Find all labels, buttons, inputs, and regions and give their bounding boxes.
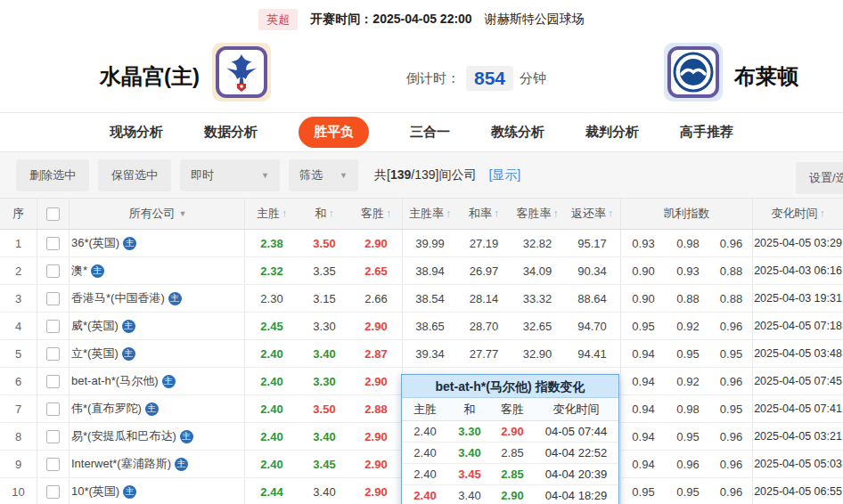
away-odds-cell[interactable]: 2.90 <box>350 423 403 450</box>
popup-change-time: 04-04 20:39 <box>534 467 618 481</box>
row-checkbox[interactable] <box>46 430 60 443</box>
row-checkbox[interactable] <box>46 375 60 388</box>
home-odds-cell[interactable]: 2.40 <box>245 375 299 388</box>
change-time-cell: 2025-04-05 06:55 <box>753 485 843 498</box>
away-odds-cell[interactable]: 2.90 <box>350 230 403 256</box>
home-odds-cell[interactable]: 2.45 <box>245 320 299 333</box>
league-badge: 英超 <box>258 9 298 30</box>
row-checkbox[interactable] <box>46 320 60 333</box>
draw-odds-cell[interactable]: 3.50 <box>299 402 350 416</box>
draw-odds-cell[interactable]: 3.40 <box>299 347 350 361</box>
away-odds-cell[interactable]: 2.87 <box>350 340 403 367</box>
away-rate-cell: 33.32 <box>511 292 564 305</box>
analysis-tab[interactable]: 胜平负 <box>299 117 369 148</box>
analysis-tab[interactable]: 现场分析 <box>110 124 163 141</box>
payout-rate-cell: 94.70 <box>564 313 621 339</box>
away-odds-cell[interactable]: 2.66 <box>350 285 403 312</box>
draw-odds-cell[interactable]: 3.35 <box>299 264 350 278</box>
sort-up-icon: ↑ <box>553 207 559 220</box>
home-odds-cell[interactable]: 2.40 <box>245 430 299 443</box>
home-odds-cell[interactable]: 2.30 <box>245 292 299 305</box>
draw-odds-cell[interactable]: 3.15 <box>299 292 350 305</box>
company-cell[interactable]: 10*(英国)主 <box>70 478 245 504</box>
analysis-tab[interactable]: 裁判分析 <box>585 124 639 141</box>
away-odds-cell[interactable]: 2.65 <box>350 257 403 284</box>
company-cell[interactable]: 伟*(直布罗陀)主 <box>70 395 245 422</box>
home-odds-cell[interactable]: 2.40 <box>245 402 299 416</box>
row-checkbox-cell <box>37 395 70 422</box>
delete-selected-button[interactable]: 删除选中 <box>16 159 89 191</box>
time-mode-dropdown[interactable]: 即时 ▼ <box>180 159 280 191</box>
popup-col-time: 变化时间 <box>534 402 618 418</box>
row-checkbox-cell <box>37 478 70 504</box>
popup-change-time: 04-05 07:44 <box>534 425 618 438</box>
col-company[interactable]: 所有公司▼ <box>70 199 245 229</box>
company-cell[interactable]: 36*(英国)主 <box>70 230 245 256</box>
col-home-odds[interactable]: 主胜↑ <box>245 206 299 222</box>
popup-draw-odds: 3.40 <box>448 489 491 502</box>
kelly-draw-cell: 0.88 <box>666 292 710 305</box>
row-checkbox[interactable] <box>46 347 60 361</box>
col-away-odds[interactable]: 客胜↑ <box>350 199 403 229</box>
popup-row: 2.40 3.40 2.90 04-04 18:29 <box>402 485 618 504</box>
col-draw-odds[interactable]: 和↑ <box>299 206 350 222</box>
filter-dropdown[interactable]: 筛选 ▼ <box>289 159 358 191</box>
analysis-tab[interactable]: 三合一 <box>410 124 450 141</box>
home-rate-cell: 39.99 <box>403 237 457 250</box>
row-checkbox[interactable] <box>46 458 60 471</box>
away-odds-cell[interactable]: 2.90 <box>350 478 403 504</box>
home-odds-cell[interactable]: 2.38 <box>245 237 299 250</box>
analysis-tab[interactable]: 数据分析 <box>204 124 258 141</box>
change-time-cell: 2025-04-05 03:48 <box>753 347 843 360</box>
home-odds-cell[interactable]: 2.44 <box>245 485 299 499</box>
company-cell[interactable]: 立*(英国)主 <box>70 340 245 367</box>
select-all-checkbox[interactable] <box>46 207 60 221</box>
col-home-rate[interactable]: 主胜率↑ <box>403 206 457 222</box>
col-away-rate[interactable]: 客胜率↑ <box>511 206 564 222</box>
draw-odds-cell[interactable]: 3.30 <box>299 320 350 333</box>
row-checkbox[interactable] <box>46 402 60 416</box>
away-odds-cell[interactable]: 2.90 <box>350 451 403 477</box>
away-odds-cell[interactable]: 2.90 <box>350 313 403 339</box>
draw-odds-cell[interactable]: 3.50 <box>299 237 350 250</box>
draw-odds-cell[interactable]: 3.40 <box>299 430 350 443</box>
home-odds-cell[interactable]: 2.40 <box>245 347 299 361</box>
draw-odds-cell[interactable]: 3.45 <box>299 458 350 471</box>
row-index: 9 <box>0 451 37 477</box>
row-index: 5 <box>0 340 37 367</box>
col-change-time[interactable]: 变化时间↑ <box>753 206 843 222</box>
away-odds-cell[interactable]: 2.88 <box>350 395 403 422</box>
row-checkbox[interactable] <box>46 237 60 250</box>
company-cell[interactable]: 威*(英国)主 <box>70 313 245 339</box>
analysis-tab[interactable]: 教练分析 <box>491 124 544 141</box>
table-row: 1 36*(英国)主 2.38 3.50 2.90 39.99 27.19 32… <box>0 230 843 257</box>
draw-odds-cell[interactable]: 3.40 <box>299 485 350 499</box>
col-draw-rate[interactable]: 和率↑ <box>457 206 511 222</box>
change-time-cell: 2025-04-03 06:16 <box>753 264 843 277</box>
analysis-tab[interactable]: 高手推荐 <box>680 124 733 141</box>
popup-change-time: 04-04 18:29 <box>534 489 618 502</box>
company-cell[interactable]: 易*(安提瓜和巴布达)主 <box>70 423 245 450</box>
row-index: 1 <box>0 230 37 256</box>
row-checkbox[interactable] <box>46 292 60 305</box>
settings-select-button[interactable]: 设置/选择 <box>796 162 843 194</box>
home-odds-cell[interactable]: 2.32 <box>245 264 299 278</box>
keep-selected-button[interactable]: 保留选中 <box>98 159 171 191</box>
company-cell[interactable]: Interwet*(塞浦路斯)主 <box>70 451 245 477</box>
home-odds-cell[interactable]: 2.40 <box>245 458 299 471</box>
away-odds-cell[interactable]: 2.90 <box>350 368 403 394</box>
company-cell[interactable]: 香港马*(中国香港)主 <box>70 285 245 312</box>
company-cell[interactable]: 澳*主 <box>70 257 245 284</box>
company-cell[interactable]: bet-at-h*(马尔他)主 <box>70 368 245 394</box>
row-checkbox[interactable] <box>46 485 60 499</box>
popup-change-time: 04-04 22:52 <box>534 446 618 459</box>
draw-odds-cell[interactable]: 3.30 <box>299 375 350 388</box>
popup-away-odds: 2.85 <box>491 446 534 459</box>
row-checkbox[interactable] <box>46 264 60 278</box>
col-payout-rate[interactable]: 返还率↑ <box>564 199 621 229</box>
home-host-badge-icon: 主 <box>180 430 193 443</box>
home-host-badge-icon: 主 <box>145 402 159 416</box>
show-link[interactable]: [显示] <box>488 167 520 183</box>
change-time-cell: 2025-04-05 05:03 <box>753 458 843 470</box>
draw-rate-cell: 26.97 <box>457 264 511 278</box>
